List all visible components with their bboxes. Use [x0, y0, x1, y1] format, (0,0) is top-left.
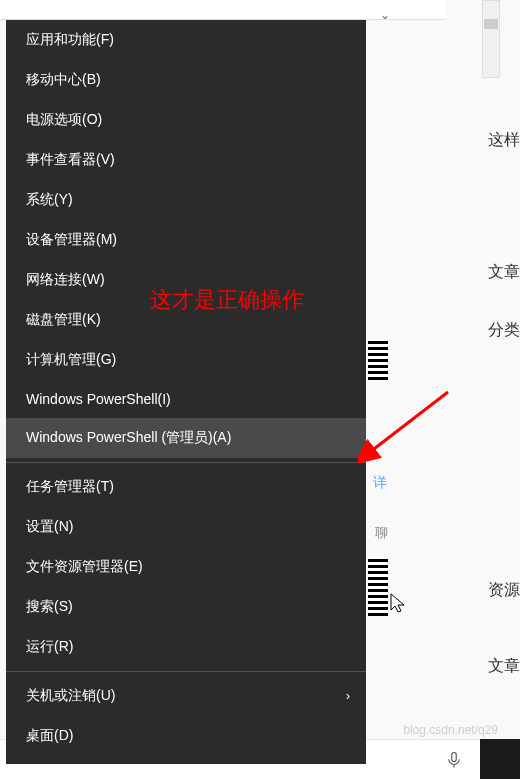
menu-item[interactable]: 任务管理器(T): [6, 467, 366, 507]
menu-item[interactable]: 关机或注销(U)›: [6, 676, 366, 716]
menu-item-label: Windows PowerShell (管理员)(A): [26, 429, 231, 445]
chevron-down-icon[interactable]: ⌄: [380, 8, 390, 22]
menu-item[interactable]: Windows PowerShell (管理员)(A): [6, 418, 366, 458]
chevron-right-icon: ›: [346, 689, 350, 703]
menu-item[interactable]: 应用和功能(F): [6, 20, 366, 60]
menu-item-label: 移动中心(B): [26, 71, 101, 87]
menu-item[interactable]: 电源选项(O): [6, 100, 366, 140]
menu-item[interactable]: 运行(R): [6, 627, 366, 667]
menu-item[interactable]: 计算机管理(G): [6, 340, 366, 380]
menu-item-label: 设备管理器(M): [26, 231, 117, 247]
menu-separator: [6, 671, 366, 672]
bg-text: 资源: [488, 580, 520, 601]
menu-item[interactable]: 设置(N): [6, 507, 366, 547]
scrollbar[interactable]: [482, 0, 500, 78]
menu-item-label: 任务管理器(T): [26, 478, 114, 494]
menu-item-label: 计算机管理(G): [26, 351, 116, 367]
menu-item-label: Windows PowerShell(I): [26, 391, 171, 407]
menu-item-label: 设置(N): [26, 518, 73, 534]
menu-item-label: 桌面(D): [26, 727, 73, 743]
menu-separator: [6, 462, 366, 463]
menu-item-label: 事件查看器(V): [26, 151, 115, 167]
menu-item-label: 运行(R): [26, 638, 73, 654]
menu-item[interactable]: 系统(Y): [6, 180, 366, 220]
menu-item[interactable]: 桌面(D): [6, 716, 366, 756]
annotation-text: 这才是正确操作: [150, 285, 304, 315]
qr-fragment: [368, 340, 388, 380]
menu-item-label: 搜索(S): [26, 598, 73, 614]
menu-item-label: 电源选项(O): [26, 111, 102, 127]
taskbar-right-block[interactable]: [480, 739, 520, 779]
menu-item-label: 应用和功能(F): [26, 31, 114, 47]
menu-item-label: 磁盘管理(K): [26, 311, 101, 327]
menu-item[interactable]: 事件查看器(V): [6, 140, 366, 180]
bg-text: 聊: [375, 524, 388, 542]
bg-text: 分类: [488, 320, 520, 341]
menu-item[interactable]: Windows PowerShell(I): [6, 380, 366, 418]
winx-context-menu: 应用和功能(F)移动中心(B)电源选项(O)事件查看器(V)系统(Y)设备管理器…: [6, 20, 366, 764]
svg-rect-0: [452, 753, 457, 762]
bg-text: 文章: [488, 262, 520, 283]
menu-item-label: 关机或注销(U): [26, 687, 115, 703]
bg-link[interactable]: 详: [373, 474, 387, 492]
bg-text: 文章: [488, 656, 520, 677]
menu-item[interactable]: 文件资源管理器(E): [6, 547, 366, 587]
menu-item-label: 文件资源管理器(E): [26, 558, 143, 574]
menu-item[interactable]: 搜索(S): [6, 587, 366, 627]
browser-top-bar: ⌄: [0, 0, 445, 20]
menu-item-label: 网络连接(W): [26, 271, 105, 287]
qr-fragment: [368, 556, 388, 616]
microphone-icon[interactable]: [445, 749, 465, 769]
scrollbar-thumb[interactable]: [484, 19, 498, 29]
watermark: blog.csdn.net/q29: [403, 723, 498, 737]
menu-item-label: 系统(Y): [26, 191, 73, 207]
bg-text: 这样: [488, 130, 520, 151]
menu-item[interactable]: 设备管理器(M): [6, 220, 366, 260]
menu-item[interactable]: 移动中心(B): [6, 60, 366, 100]
